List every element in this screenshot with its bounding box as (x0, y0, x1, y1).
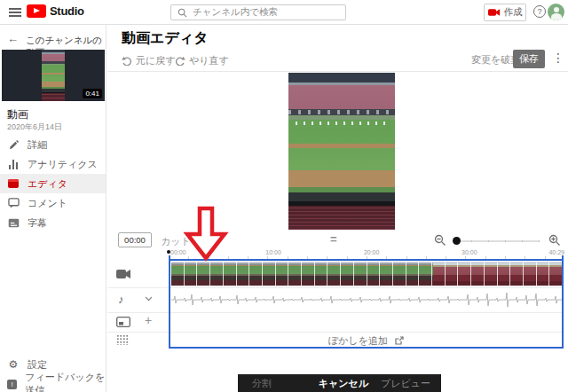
sidebar-item-analytics[interactable]: アナリティクス (0, 154, 106, 174)
hamburger-menu-icon[interactable] (9, 8, 21, 17)
ruler-tick: 10:00 (265, 249, 281, 255)
analytics-icon (7, 160, 20, 169)
header-divider (107, 71, 568, 72)
create-button[interactable]: 作成 (484, 4, 526, 21)
video-date: 2020年6月14日 (7, 122, 62, 133)
redo-icon (175, 56, 185, 66)
logo-text: Studio (50, 4, 84, 18)
save-button[interactable]: 保存 (513, 50, 545, 68)
blur-track-icon (116, 334, 130, 345)
avatar[interactable] (548, 4, 564, 20)
filmstrip-frame-lines (171, 262, 562, 286)
overlay-track-icon (116, 317, 130, 327)
sidebar: ← このチャンネルの動画 0:41 動画 2020年6月14日 詳細 アナリティ… (0, 25, 106, 392)
feedback-icon: ! (7, 380, 17, 389)
sidebar-item-label: エディタ (28, 177, 67, 191)
ruler-tick: 40:29 (548, 249, 564, 255)
search-placeholder: チャンネル内で検索 (193, 6, 278, 19)
add-blur-label: ぼかしを追加 (328, 335, 388, 346)
sidebar-item-label: コメント (28, 197, 67, 210)
youtube-studio-logo[interactable]: Studio (27, 4, 84, 18)
sidebar-item-label: フィードバックを送信 (25, 371, 106, 392)
video-track-filmstrip[interactable] (171, 262, 562, 286)
pencil-icon (7, 139, 20, 151)
sidebar-item-label: アナリティクス (28, 158, 98, 171)
redo-button[interactable]: やり直す (175, 54, 229, 67)
search-icon (178, 8, 187, 18)
players-row (296, 122, 388, 125)
duration-badge: 0:41 (83, 89, 102, 98)
sidebar-item-comments[interactable]: コメント (0, 193, 106, 213)
help-icon[interactable]: ? (533, 5, 546, 18)
timecode-input[interactable]: 00:00 (118, 232, 152, 247)
youtube-logo-icon (27, 4, 46, 18)
zoom-slider-handle[interactable] (453, 237, 461, 245)
trim-handle-left[interactable] (169, 255, 170, 261)
zoom-out-icon[interactable] (434, 234, 446, 247)
track-divider (107, 332, 563, 333)
sidebar-item-details[interactable]: 詳細 (0, 135, 106, 154)
cut-button[interactable]: カット (161, 235, 191, 248)
audio-waveform[interactable] (171, 290, 562, 310)
sidebar-item-subtitles[interactable]: 字幕 (0, 213, 106, 232)
sidebar-item-editor[interactable]: エディタ (0, 174, 106, 193)
video-track-icon (116, 269, 131, 279)
add-track-button[interactable]: + (145, 313, 152, 327)
video-title: 動画 (7, 107, 28, 122)
undo-label: 元に戻す (136, 54, 176, 67)
trim-handle-right[interactable] (562, 255, 564, 261)
clip-action-bar: 分割 キャンセル プレビュー (238, 374, 441, 392)
youtube-studio-app: Studio チャンネル内で検索 作成 ? ← このチャンネルの動画 (0, 0, 568, 392)
video-camera-icon (488, 8, 501, 17)
ruler-tick: 30:00 (462, 249, 477, 255)
zoom-in-icon[interactable] (548, 234, 561, 247)
avatar-person-icon (554, 7, 559, 12)
ruler-minor-ticks (169, 256, 564, 260)
track-divider (107, 312, 563, 313)
redo-label: やり直す (189, 54, 229, 67)
page-title: 動画エディタ (122, 29, 209, 48)
create-label: 作成 (504, 6, 523, 19)
ruler-tick: 00:00 (170, 249, 186, 255)
back-arrow-icon[interactable]: ← (7, 32, 19, 45)
sidebar-item-feedback[interactable]: ! フィードバックを送信 (0, 374, 106, 392)
topbar: Studio チャンネル内で検索 作成 ? (0, 0, 568, 25)
track-divider (107, 287, 563, 288)
gear-icon: ⚙ (7, 359, 20, 370)
thumbnail-scene (42, 50, 65, 101)
split-button[interactable]: 分割 (252, 377, 272, 390)
ruler-tick: 20:00 (364, 249, 380, 255)
comment-icon (7, 198, 20, 208)
cancel-button[interactable]: キャンセル (319, 377, 368, 390)
sidebar-item-label: 詳細 (28, 138, 47, 152)
audio-track-icon: ♪ (118, 293, 124, 306)
video-preview[interactable] (288, 73, 395, 230)
panel-resize-handle[interactable]: = (330, 232, 337, 246)
preview-button[interactable]: プレビュー (381, 377, 430, 390)
search-input[interactable]: チャンネル内で検索 (170, 4, 346, 20)
undo-icon (122, 56, 132, 66)
video-thumbnail[interactable]: 0:41 (2, 50, 105, 101)
playhead-marker[interactable] (167, 250, 170, 254)
chevron-down-icon[interactable] (145, 296, 153, 302)
undo-button[interactable]: 元に戻す (122, 54, 176, 67)
subtitles-icon (7, 218, 20, 228)
sidebar-item-label: 設定 (28, 358, 47, 372)
sidebar-item-label: 字幕 (28, 216, 47, 230)
external-link-icon (395, 336, 404, 345)
timeline-zoom-slider[interactable] (454, 240, 540, 242)
overflow-menu-icon[interactable]: ⋮ (552, 51, 564, 65)
editor-icon (7, 179, 20, 188)
add-blur-button[interactable]: ぼかしを追加 (169, 334, 564, 348)
